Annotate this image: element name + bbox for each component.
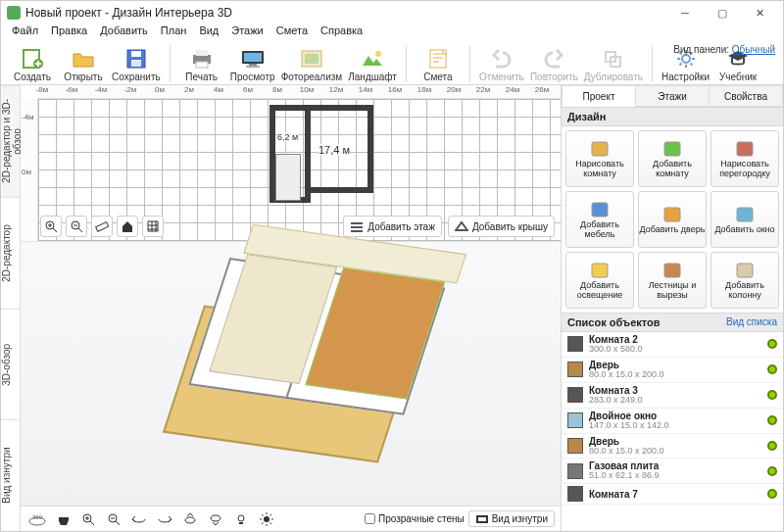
maximize-button[interactable]: ▢ xyxy=(705,3,740,23)
print-button[interactable]: Печать xyxy=(176,45,227,82)
estimate-button[interactable]: Смета xyxy=(413,45,464,82)
home-icon[interactable] xyxy=(117,216,138,237)
card-label: Лестницы и вырезы xyxy=(639,281,706,300)
zoom-in-icon[interactable] xyxy=(40,216,62,237)
card-icon xyxy=(734,205,756,224)
design-card-4[interactable]: Добавить дверь xyxy=(638,191,707,248)
visibility-toggle-icon[interactable] xyxy=(767,415,777,425)
add-roof-button[interactable]: Добавить крышу xyxy=(448,216,555,237)
sun-icon[interactable] xyxy=(256,508,277,530)
landscape-button[interactable]: Ландшафт xyxy=(345,45,400,82)
open-button[interactable]: Открыть xyxy=(58,45,109,82)
tilt-up-icon[interactable] xyxy=(179,508,201,530)
ruler-h-tick: 12м xyxy=(329,85,343,94)
visibility-toggle-icon[interactable] xyxy=(767,441,777,451)
3d-model[interactable] xyxy=(164,281,418,467)
view-inside-button[interactable]: Вид изнутри xyxy=(468,510,555,527)
object-item[interactable]: Газовая плита51.0 x 62.1 x 86.9 xyxy=(562,459,783,484)
save-button[interactable]: Сохранить xyxy=(109,45,164,82)
menu-view[interactable]: Вид xyxy=(194,24,223,42)
menu-add[interactable]: Добавить xyxy=(95,24,153,42)
vtab-inside[interactable]: Вид изнутри xyxy=(1,419,20,531)
vtab-3d[interactable]: 3D-обзор xyxy=(1,309,20,420)
ruler-h-tick: 4м xyxy=(214,85,223,94)
photorealism-button[interactable]: Фотореализм xyxy=(278,45,346,82)
vtab-2d[interactable]: 2D-редактор xyxy=(1,197,20,309)
rtab-floors[interactable]: Этажи xyxy=(636,85,710,107)
redo-button[interactable]: Повторить xyxy=(527,45,581,82)
visibility-toggle-icon[interactable] xyxy=(767,364,777,374)
panel-mode-selector[interactable]: Вид панели: Обычный xyxy=(673,44,775,55)
object-thumb-icon xyxy=(567,336,583,352)
preview-button[interactable]: Просмотр xyxy=(227,45,278,82)
card-label: Добавить окно xyxy=(714,225,774,234)
light-icon[interactable] xyxy=(230,508,252,530)
object-item[interactable]: Двойное окно147.0 x 15.0 x 142.0 xyxy=(562,409,783,434)
visibility-toggle-icon[interactable] xyxy=(767,466,777,476)
menu-plan[interactable]: План xyxy=(156,24,192,42)
svg-rect-34 xyxy=(664,142,680,156)
undo-button[interactable]: Отменить xyxy=(476,45,527,82)
object-item[interactable]: Комната 2300.0 x 580.0 xyxy=(562,332,783,358)
design-card-5[interactable]: Добавить окно xyxy=(710,191,779,248)
view-2d[interactable]: -8м-6м-4м-2м0м2м4м6м8м10м12м14м16м18м20м… xyxy=(21,85,561,242)
pan-icon[interactable] xyxy=(52,508,74,530)
design-card-6[interactable]: Добавить освещение xyxy=(565,252,634,309)
object-list[interactable]: Комната 2300.0 x 580.0Дверь80.0 x 15.0 x… xyxy=(562,332,783,531)
design-card-8[interactable]: Добавить колонну xyxy=(710,252,779,309)
grid-toggle-icon[interactable] xyxy=(142,216,164,237)
object-dims: 51.0 x 62.1 x 86.9 xyxy=(589,471,761,481)
zoom-in-3d-icon[interactable] xyxy=(77,508,99,530)
menu-estimate[interactable]: Смета xyxy=(271,24,313,42)
menu-edit[interactable]: Правка xyxy=(46,24,92,42)
design-header: Дизайн xyxy=(562,107,783,126)
ruler-h-tick: 20м xyxy=(447,85,461,94)
list-view-link[interactable]: Вид списка xyxy=(726,316,777,327)
floor-plan[interactable]: 6,2 м 17,4 м xyxy=(270,105,368,205)
close-button[interactable]: ✕ xyxy=(742,3,777,23)
orbit-right-icon[interactable] xyxy=(154,508,175,530)
tilt-down-icon[interactable] xyxy=(205,508,226,530)
card-icon xyxy=(734,261,756,280)
visibility-toggle-icon[interactable] xyxy=(767,390,777,400)
object-item[interactable]: Комната 3283.0 x 249.0 xyxy=(562,383,783,409)
add-floor-button[interactable]: Добавить этаж xyxy=(343,216,442,237)
duplicate-button[interactable]: Дублировать xyxy=(581,45,646,82)
vtab-combo[interactable]: 2D-редактор и 3D-обзор xyxy=(1,85,20,197)
design-card-3[interactable]: Добавить мебель xyxy=(565,191,634,248)
visibility-toggle-icon[interactable] xyxy=(767,489,777,499)
svg-point-19 xyxy=(682,55,690,63)
design-card-1[interactable]: Добавить комнату xyxy=(638,130,707,187)
zoom-out-3d-icon[interactable] xyxy=(103,508,124,530)
object-thumb-icon xyxy=(567,412,583,428)
rtab-project[interactable]: Проект xyxy=(562,85,636,107)
measure-icon[interactable] xyxy=(91,216,113,237)
create-button[interactable]: Создать xyxy=(7,45,58,82)
object-item[interactable]: Дверь80.0 x 15.0 x 200.0 xyxy=(562,434,783,459)
panel-mode-value[interactable]: Обычный xyxy=(732,44,775,55)
rotate360-icon[interactable]: 360 xyxy=(26,508,48,530)
transparent-walls-checkbox[interactable]: Прозрачные стены xyxy=(365,513,465,524)
object-item[interactable]: Дверь80.0 x 15.0 x 200.0 xyxy=(562,358,783,383)
design-card-7[interactable]: Лестницы и вырезы xyxy=(638,252,707,309)
rtab-props[interactable]: Свойства xyxy=(710,85,783,107)
minimize-button[interactable]: ─ xyxy=(667,3,703,23)
furniture-block[interactable] xyxy=(275,154,301,201)
view-3d[interactable] xyxy=(21,242,561,506)
menu-help[interactable]: Справка xyxy=(316,24,368,42)
object-dims: 283.0 x 249.0 xyxy=(589,396,761,406)
svg-rect-9 xyxy=(244,53,262,62)
svg-point-28 xyxy=(211,515,220,521)
object-item[interactable]: Комната 7 xyxy=(562,484,783,505)
menu-file[interactable]: Файл xyxy=(7,24,43,42)
zoom-out-icon[interactable] xyxy=(66,216,87,237)
ruler-v-tick: -4м xyxy=(22,113,34,121)
menu-floors[interactable]: Этажи xyxy=(226,24,268,42)
ruler-h-tick: 24м xyxy=(506,85,519,94)
design-card-2[interactable]: Нарисовать перегородку xyxy=(710,130,779,187)
orbit-left-icon[interactable] xyxy=(128,508,150,530)
ruler-h-tick: 26м xyxy=(535,85,549,94)
design-card-0[interactable]: Нарисовать комнату xyxy=(565,130,634,187)
visibility-toggle-icon[interactable] xyxy=(767,339,777,349)
object-dims: 147.0 x 15.0 x 142.0 xyxy=(589,421,761,431)
